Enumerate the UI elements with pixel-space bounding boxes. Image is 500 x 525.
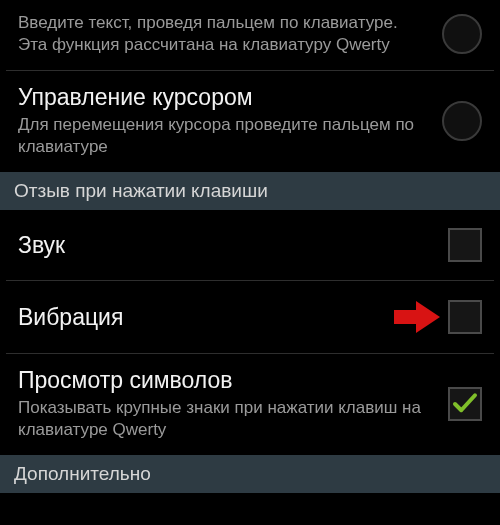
radio-swipe-input[interactable]: [442, 14, 482, 54]
setting-cursor-control-text: Управление курсором Для перемещения курс…: [18, 83, 428, 158]
setting-swipe-input-subtitle: Введите текст, проведя пальцем по клавиа…: [18, 12, 428, 56]
setting-cursor-control-subtitle: Для перемещения курсора проведите пальце…: [18, 114, 428, 158]
setting-swipe-input[interactable]: Введите текст, проведя пальцем по клавиа…: [0, 0, 500, 70]
radio-cursor-control[interactable]: [442, 101, 482, 141]
setting-vibration-title: Вибрация: [18, 303, 380, 332]
setting-swipe-input-text: Введите текст, проведя пальцем по клавиа…: [18, 12, 428, 56]
arrow-right-icon: [394, 299, 440, 335]
checkbox-char-preview[interactable]: [448, 387, 482, 421]
setting-cursor-control-title: Управление курсором: [18, 83, 428, 112]
setting-sound-text: Звук: [18, 231, 434, 260]
setting-vibration-text: Вибрация: [18, 303, 380, 332]
section-header-key-feedback: Отзыв при нажатии клавиши: [0, 172, 500, 210]
setting-cursor-control[interactable]: Управление курсором Для перемещения курс…: [0, 71, 500, 172]
setting-vibration[interactable]: Вибрация: [0, 281, 500, 353]
setting-char-preview-text: Просмотр символов Показывать крупные зна…: [18, 366, 434, 441]
checkbox-vibration[interactable]: [448, 300, 482, 334]
section-header-advanced: Дополнительно: [0, 455, 500, 493]
settings-screen: Введите текст, проведя пальцем по клавиа…: [0, 0, 500, 525]
setting-sound[interactable]: Звук: [0, 210, 500, 280]
setting-char-preview[interactable]: Просмотр символов Показывать крупные зна…: [0, 354, 500, 455]
setting-sound-title: Звук: [18, 231, 434, 260]
setting-char-preview-title: Просмотр символов: [18, 366, 434, 395]
svg-marker-0: [394, 301, 440, 333]
checkbox-sound[interactable]: [448, 228, 482, 262]
checkmark-icon: [450, 389, 480, 419]
vibration-control-group: [394, 299, 482, 335]
setting-char-preview-subtitle: Показывать крупные знаки при нажатии кла…: [18, 397, 434, 441]
